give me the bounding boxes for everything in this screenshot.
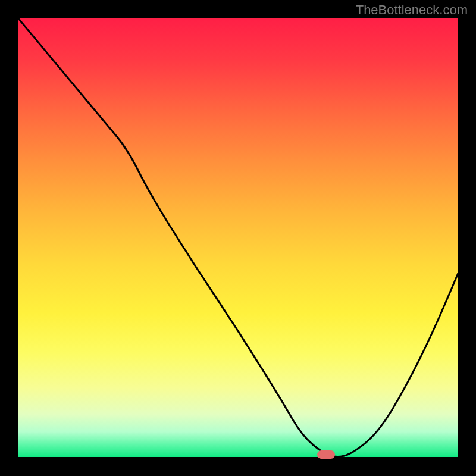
optimal-point-marker [317, 450, 335, 459]
watermark-text: TheBottleneck.com [356, 2, 468, 18]
bottleneck-curve [18, 18, 458, 458]
chart-frame [18, 18, 458, 458]
